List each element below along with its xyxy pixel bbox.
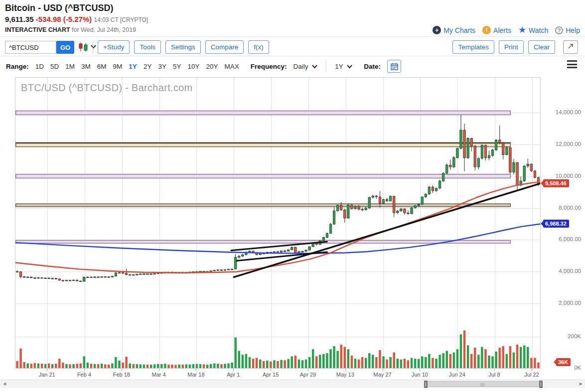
x-axis-tick [494, 369, 495, 371]
help-link[interactable]: ? Help [555, 26, 580, 34]
x-axis-tick [84, 369, 85, 371]
chart-scrollbar[interactable]: ◀ ▶ [0, 380, 585, 388]
scroll-left-icon[interactable]: ◀ [3, 382, 6, 386]
ma-value-badge: 6,988.32 [543, 220, 569, 228]
x-axis-label: Apr 1 [227, 372, 240, 378]
x-axis-label: Apr 29 [300, 372, 316, 378]
my-charts-link[interactable]: + My Charts [433, 26, 475, 34]
range-9m[interactable]: 9M [113, 63, 123, 70]
range-10y[interactable]: 10Y [187, 63, 199, 70]
price-volume-chart-canvas[interactable] [15, 78, 540, 368]
divider [0, 56, 585, 56]
scrollbar-left-handle[interactable] [424, 381, 428, 388]
range-1m[interactable]: 1M [65, 63, 75, 70]
x-axis-label: May 27 [374, 372, 392, 378]
range-1y-selected[interactable]: 1Y [129, 63, 137, 70]
scrollbar-right-handle[interactable] [539, 381, 543, 388]
x-axis-label: Feb 4 [77, 372, 91, 378]
chart-watermark: BTC/USD (^BTCUSD) - Barchart.com [21, 82, 193, 94]
period-dropdown[interactable]: 1Y [335, 63, 352, 70]
chart-area [15, 77, 541, 369]
y-axis-label: 8,000.00 [542, 205, 581, 211]
x-axis-label: Jun 10 [412, 372, 428, 378]
scrollbar-grip[interactable] [481, 383, 486, 387]
separator [326, 60, 326, 72]
x-axis-label: Apr 15 [263, 372, 279, 378]
y-axis-label: 10,000.00 [542, 173, 581, 179]
x-axis-label: Mar 18 [187, 372, 204, 378]
x-axis-label: Jun 24 [449, 372, 465, 378]
toolbar-separator [93, 41, 93, 54]
help-icon: ? [555, 26, 563, 34]
range-2y[interactable]: 2Y [144, 63, 152, 70]
range-5y[interactable]: 5Y [173, 63, 181, 70]
last-price-badge: 9,508.46 [543, 179, 569, 187]
x-axis-label: Jul 8 [489, 372, 500, 378]
y-axis-label: 14,000.00 [542, 109, 581, 115]
divider [0, 36, 585, 37]
x-axis-tick [196, 369, 196, 371]
x-axis-tick [159, 369, 159, 371]
tools-button[interactable]: Tools [134, 40, 161, 54]
range-5d[interactable]: 5D [50, 63, 59, 70]
x-axis-tick [532, 369, 532, 371]
fx-button[interactable]: f(x) [248, 40, 269, 54]
x-axis-tick [457, 369, 457, 371]
toolbar-right-buttons: Templates Print Clear [452, 40, 555, 54]
frequency-dropdown[interactable]: Daily [293, 63, 318, 70]
print-button[interactable]: Print [499, 40, 524, 54]
x-axis-label: Mar 4 [152, 372, 166, 378]
scroll-right-icon[interactable]: ▶ [580, 382, 583, 386]
quote-timestamp: 14:03 CT [CRYPTO] [94, 16, 148, 23]
calendar-icon [391, 63, 398, 70]
date-label: Date: [364, 63, 381, 70]
x-axis-tick [308, 369, 308, 371]
x-axis-tick [233, 369, 234, 371]
candlestick-icon [78, 42, 89, 52]
interactive-chart-caption: INTERACTIVE CHART for Wed, Jul 24th, 201… [5, 26, 136, 33]
templates-button[interactable]: Templates [452, 40, 494, 54]
go-button[interactable]: GO [56, 41, 74, 54]
compare-button[interactable]: Compare [205, 40, 244, 54]
range-3y[interactable]: 3Y [158, 63, 166, 70]
settings-button[interactable]: Settings [165, 40, 201, 54]
y-axis-label: 2,000.00 [542, 300, 581, 306]
x-axis: Jan 21Feb 4Feb 18Mar 4Mar 18Apr 1Apr 15A… [15, 369, 541, 379]
clear-button[interactable]: Clear [528, 40, 555, 54]
alert-icon: ! [482, 26, 491, 34]
x-axis-label: Jul 22 [524, 372, 539, 378]
price-change: -534.98 (-5.27%) [36, 15, 92, 23]
study-button[interactable]: +Study [98, 40, 130, 54]
chart-menu-button[interactable] [567, 60, 577, 70]
scrollbar-thumb[interactable] [425, 381, 542, 387]
chevron-down-icon [91, 45, 96, 49]
range-1d[interactable]: 1D [35, 63, 44, 70]
chart-type-dropdown[interactable] [78, 42, 96, 52]
x-axis-tick [345, 369, 346, 371]
x-axis-tick [420, 369, 420, 371]
range-3m[interactable]: 3M [81, 63, 91, 70]
chevron-down-icon [312, 65, 317, 69]
watch-link[interactable]: ★ Watch [518, 26, 548, 34]
range-6m[interactable]: 6M [97, 63, 107, 70]
range-label: Range: [6, 63, 29, 70]
chevron-down-icon [347, 65, 352, 69]
y-axis-label: 4,000.00 [542, 268, 581, 274]
x-axis-tick [47, 369, 47, 371]
frequency-label: Frequency: [251, 63, 287, 70]
x-axis-tick [383, 369, 383, 371]
toolbar-left-buttons: +Study Tools Settings Compare f(x) [98, 40, 269, 54]
page-title: Bitcoin - USD (^BTCUSD) [5, 3, 114, 13]
fullscreen-button[interactable] [563, 40, 578, 54]
header-links: + My Charts ! Alerts ★ Watch ? Help [433, 26, 580, 34]
symbol-input[interactable] [5, 41, 56, 54]
volume-badge: 36K [556, 358, 571, 366]
alerts-link[interactable]: ! Alerts [482, 26, 511, 34]
range-bar: Range: 1D 5D 1M 3M 6M 9M 1Y 2Y 3Y 5Y 10Y… [6, 60, 401, 73]
range-max[interactable]: MAX [224, 63, 239, 70]
my-charts-icon: + [433, 26, 441, 34]
x-axis-label: Jan 21 [39, 372, 55, 378]
date-picker-button[interactable] [387, 60, 401, 73]
price-row: 9,611.35 -534.98 (-5.27%) 14:03 CT [CRYP… [5, 15, 148, 23]
range-20y[interactable]: 20Y [206, 63, 218, 70]
